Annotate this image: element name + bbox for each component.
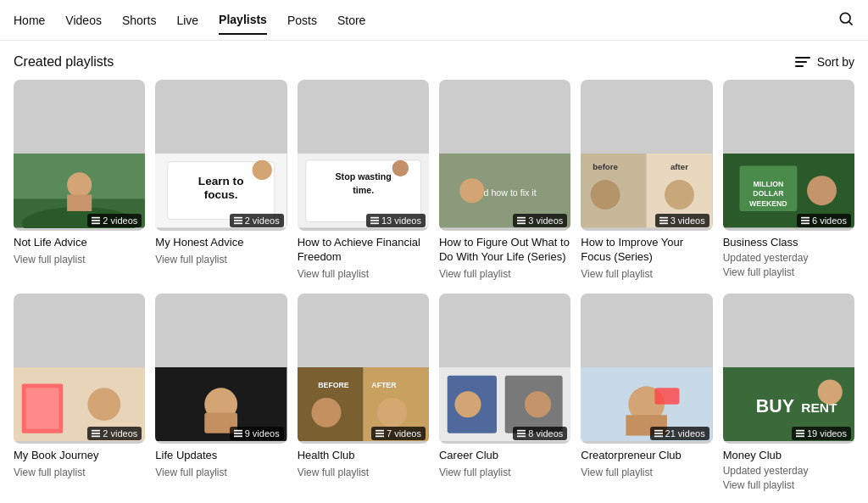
playlist-name: How to Improve Your Focus (Series) [581, 236, 712, 265]
svg-rect-85 [654, 430, 663, 432]
svg-rect-94 [796, 436, 804, 438]
svg-rect-78 [517, 430, 526, 432]
playlist-name: Health Club [298, 449, 429, 463]
playlist-card[interactable]: Learn tofocus. 2 videos My Honest Advice… [155, 80, 287, 280]
view-full-playlist-link[interactable]: View full playlist [155, 254, 226, 265]
nav-home[interactable]: Home [14, 7, 45, 34]
svg-rect-40 [659, 220, 668, 221]
svg-text:BUY: BUY [755, 396, 793, 416]
svg-point-23 [392, 160, 408, 176]
svg-rect-26 [370, 222, 379, 224]
playlist-card[interactable]: 8 videos Career Club View full playlist [439, 293, 570, 492]
nav-videos[interactable]: Videos [65, 7, 102, 34]
nav-playlists[interactable]: Playlists [219, 6, 267, 35]
svg-rect-93 [796, 433, 804, 434]
playlist-card[interactable]: BUYRENT 19 videos Money Club Updated yes… [723, 293, 854, 492]
video-count-badge: 2 videos [87, 427, 142, 440]
video-count-badge: 3 videos [655, 214, 709, 227]
playlist-name: How to Achieve Financial Freedom [298, 236, 429, 265]
svg-text:before: before [593, 163, 619, 172]
video-count-badge: 21 videos [650, 427, 709, 440]
playlist-info: Life Updates View full playlist [155, 449, 287, 478]
playlist-name: Career Club [439, 449, 570, 463]
playlist-card[interactable]: MILLIONDOLLARWEEKEND 6 videos Business C… [723, 80, 854, 280]
view-full-playlist-link[interactable]: View full playlist [298, 467, 369, 478]
playlist-card[interactable]: 21 videos Creatorpreneur Club View full … [581, 293, 712, 492]
playlist-name: Business Class [723, 236, 854, 250]
nav-store[interactable]: Store [337, 7, 365, 34]
view-full-playlist-link[interactable]: View full playlist [155, 467, 226, 478]
svg-rect-18 [234, 222, 242, 224]
playlist-info: How to Improve Your Focus (Series) View … [581, 236, 712, 280]
svg-text:after: after [670, 163, 688, 172]
svg-rect-86 [654, 433, 663, 434]
svg-rect-50 [801, 222, 810, 224]
svg-text:time.: time. [353, 185, 374, 195]
nav-live[interactable]: Live [176, 7, 198, 34]
view-full-playlist-link[interactable]: View full playlist [439, 467, 510, 478]
playlist-name: Not Life Advice [14, 236, 145, 250]
svg-point-15 [253, 160, 272, 180]
playlist-info: My Honest Advice View full playlist [155, 236, 287, 265]
svg-rect-24 [370, 217, 379, 219]
playlist-thumbnail: 2 videos [14, 80, 145, 231]
video-count-badge: 3 videos [513, 214, 567, 227]
svg-point-0 [840, 13, 850, 23]
video-count-badge: 6 videos [797, 214, 851, 227]
playlist-card[interactable]: Stop wastingtime. 13 videos How to Achie… [298, 80, 429, 280]
view-full-playlist-link[interactable]: View full playlist [14, 254, 85, 265]
svg-rect-79 [517, 433, 526, 434]
view-full-playlist-link[interactable]: View full playlist [581, 467, 652, 478]
view-full-playlist-link[interactable]: View full playlist [439, 268, 510, 280]
playlist-info: Business Class Updated yesterday View fu… [723, 236, 854, 278]
playlist-name: Creatorpreneur Club [581, 449, 712, 463]
playlist-card[interactable]: 2 videos Not Life Advice View full playl… [14, 80, 145, 280]
page-title: Created playlists [14, 54, 114, 70]
sort-label: Sort by [817, 55, 854, 69]
view-full-playlist-link[interactable]: View full playlist [14, 467, 85, 478]
svg-rect-17 [234, 220, 242, 221]
svg-rect-57 [92, 436, 100, 438]
svg-rect-72 [376, 436, 384, 438]
svg-rect-6 [67, 195, 92, 211]
view-full-playlist-link[interactable]: View full playlist [298, 268, 369, 280]
view-full-playlist-link[interactable]: View full playlist [723, 266, 794, 278]
svg-rect-31 [517, 220, 526, 221]
playlist-info: Not Life Advice View full playlist [14, 236, 145, 265]
playlist-card[interactable]: and how to fix it 3 videos How to Figure… [439, 80, 570, 280]
playlists-grid: 2 videos Not Life Advice View full playl… [0, 80, 868, 503]
playlist-card[interactable]: 2 videos My Book Journey View full playl… [14, 293, 145, 492]
search-icon[interactable] [837, 10, 854, 30]
svg-rect-56 [92, 433, 100, 434]
playlist-card[interactable]: BEFOREAFTER 7 videos Health Club View fu… [298, 293, 429, 492]
svg-rect-10 [92, 222, 100, 224]
playlist-info: How to Figure Out What to Do With Your L… [439, 236, 570, 280]
sort-button[interactable]: Sort by [795, 55, 854, 69]
svg-rect-39 [659, 217, 668, 219]
view-full-playlist-link[interactable]: View full playlist [581, 268, 652, 280]
video-count-badge: 19 videos [792, 427, 851, 440]
svg-rect-63 [234, 436, 242, 438]
playlist-thumbnail: Learn tofocus. 2 videos [155, 80, 287, 231]
svg-text:Stop wasting: Stop wasting [335, 171, 391, 182]
svg-rect-41 [659, 222, 668, 224]
nav-shorts[interactable]: Shorts [122, 7, 156, 34]
svg-rect-16 [234, 217, 242, 219]
playlist-info: Career Club View full playlist [439, 449, 570, 478]
playlist-card[interactable]: beforeafter 3 videos How to Improve Your… [581, 80, 712, 280]
svg-point-29 [459, 179, 484, 204]
playlist-name: My Book Journey [14, 449, 145, 463]
svg-point-76 [454, 391, 481, 417]
video-count-badge: 2 videos [230, 214, 284, 227]
nav-posts[interactable]: Posts [287, 7, 317, 34]
svg-rect-30 [517, 217, 526, 219]
playlist-card[interactable]: 9 videos Life Updates View full playlist [155, 293, 287, 492]
page-header: Created playlists Sort by [0, 41, 868, 80]
playlist-thumbnail: 9 videos [155, 293, 287, 444]
svg-point-68 [311, 398, 341, 428]
playlist-thumbnail: and how to fix it 3 videos [439, 80, 570, 231]
view-full-playlist-link[interactable]: View full playlist [723, 479, 794, 491]
playlist-name: My Honest Advice [155, 236, 287, 250]
svg-text:focus.: focus. [204, 189, 238, 202]
svg-rect-62 [234, 433, 242, 434]
